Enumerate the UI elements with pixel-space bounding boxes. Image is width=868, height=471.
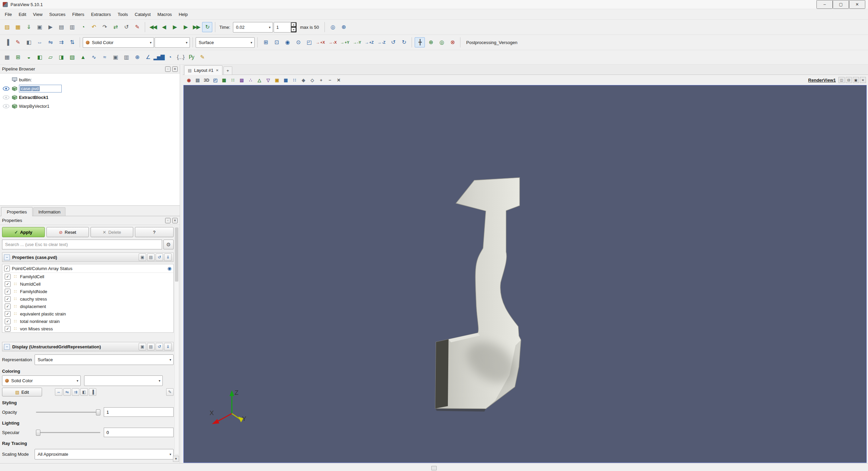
split-vertical-icon[interactable]: ⊟ [846,77,852,83]
camera-undo-icon[interactable]: ↺ [121,22,131,32]
close-view-icon[interactable]: ✕ [860,77,866,83]
rotate-90-ccw-icon[interactable]: ↺ [388,37,398,47]
histogram-icon[interactable]: ▂▅▇ [154,52,164,62]
specular-slider[interactable] [36,429,100,436]
close-panel-icon[interactable]: ✕ [172,66,178,72]
edit-color-map-button[interactable]: ▧Edit [2,388,42,396]
coloring-component-select[interactable]: ▾ [84,375,163,386]
minimize-button[interactable]: – [816,0,833,9]
toggle-color-legend-icon[interactable]: ▐ [2,37,12,47]
show-color-legend-icon[interactable]: ▐ [89,388,96,396]
stream-tracer-icon[interactable]: ∿ [88,52,99,62]
edit-color-map-icon[interactable]: ✎ [13,37,23,47]
restore-defaults-icon[interactable]: ↺ [156,343,163,350]
color-by-combobox[interactable]: Solid Color ▾ [83,37,154,48]
previous-frame-icon[interactable]: ◀ [159,22,169,32]
menu-macros[interactable]: Macros [154,10,175,19]
float-panel-icon[interactable]: ▫ [165,66,171,72]
save-defaults-icon[interactable]: ⇓ [164,253,172,261]
array-checkbox[interactable] [5,296,11,302]
splitter-grip[interactable] [431,466,437,470]
copy-properties-icon[interactable]: ▣ [139,343,146,350]
array-status-header-row[interactable]: Point/Cell/Column Array Status ◉ [2,264,173,273]
grow-selection-icon[interactable]: + [317,76,325,84]
array-row[interactable]: ∷ total nonlinear strain [2,318,173,325]
rescale-to-data-range-icon[interactable]: ⇔ [55,388,62,396]
menu-catalyst[interactable]: Catalyst [131,10,154,19]
array-checkbox[interactable] [5,311,11,317]
menu-edit[interactable]: Edit [15,10,29,19]
clear-selection-icon[interactable]: ✕ [335,76,343,84]
zoom-closest-to-data-icon[interactable]: ⊙ [293,37,303,47]
group-datasets-icon[interactable]: ▣ [110,52,120,62]
slice-icon[interactable]: ▱ [45,52,55,62]
select-block-icon[interactable]: ▣ [273,76,281,84]
zoom-to-box-camera-icon[interactable]: ◰ [304,37,314,47]
panel-splitter[interactable] [180,65,183,463]
slider-handle[interactable] [36,430,40,436]
select-cells-on-icon[interactable]: ▦ [220,76,228,84]
set-view-plus-y-button[interactable]: →+Y [339,37,351,47]
array-row[interactable]: ∷ FamilyIdNode [2,288,173,295]
ruler-icon[interactable]: ✎ [197,52,207,62]
paste-properties-icon[interactable]: ▤ [147,253,155,261]
loop-icon[interactable]: ↻ [202,22,212,32]
play-icon[interactable]: ▶ [170,22,180,32]
auto-apply-icon[interactable]: ◔ [78,22,88,32]
reset-camera-closest-icon[interactable]: ◉ [282,37,292,47]
save-data-icon[interactable]: ▦ [13,22,23,32]
tab-layout-1[interactable]: ▤ Layout #1 ✕ [184,65,222,75]
macro-postprocessing-versogen-button[interactable]: Postprocessing_Versogen [463,38,520,47]
menu-help[interactable]: Help [175,10,191,19]
close-tab-icon[interactable]: ✕ [216,68,218,72]
paintbrush-icon[interactable]: ✎ [132,22,142,32]
spin-up-icon[interactable]: ▲ [291,22,296,27]
scroll-down-icon[interactable]: ▼ [173,456,179,462]
pipeline-item-extractblock1[interactable]: ExtractBlock1 [0,93,180,102]
array-row[interactable]: ∷ NumIdCell [2,280,173,288]
use-separate-color-map-icon[interactable]: ◧ [23,37,34,47]
reset-session-icon[interactable]: ⇄ [110,22,120,32]
set-view-plus-z-button[interactable]: →+Z [363,37,375,47]
menu-file[interactable]: File [1,10,15,19]
reset-center-icon[interactable]: ⊗ [447,37,457,47]
extract-level-icon[interactable]: ▥ [121,52,131,62]
interaction-mode-3d-toggle[interactable]: 3D [202,76,211,84]
save-animation-icon[interactable]: ▶ [45,22,55,32]
rescale-to-data-range-icon[interactable]: ⇔ [34,37,44,47]
add-layout-tab-button[interactable]: + [223,66,232,75]
zoom-to-box-icon[interactable]: ◎ [328,22,338,32]
rescale-to-visible-range-icon[interactable]: ⇅ [67,37,77,47]
pipeline-item-case-pvd[interactable]: case.pvd [0,84,180,93]
representation-combobox[interactable]: Surface ▾ [196,37,255,48]
component-combobox[interactable]: ▾ [155,37,190,48]
gear-icon[interactable]: ⚙ [163,240,174,249]
select-points-polygon-icon[interactable]: ▽ [264,76,272,84]
pipeline-item-builtin[interactable]: builtin: [0,75,180,84]
rescale-to-temporal-range-icon[interactable]: ⇉ [72,388,79,396]
array-checkbox[interactable] [5,326,11,332]
delete-button[interactable]: ✕Delete [91,227,133,237]
hover-points-icon[interactable]: ◇ [308,76,316,84]
rescale-to-custom-range-icon[interactable]: ⇋ [63,388,71,396]
rename-edit-field[interactable]: case.pvd [19,85,62,93]
copy-properties-icon[interactable]: ▣ [139,253,146,261]
tab-information[interactable]: Information [33,207,65,216]
rotate-90-cw-icon[interactable]: ↻ [399,37,409,47]
float-panel-icon[interactable]: ▫ [165,218,171,223]
tab-properties[interactable]: Properties [1,207,33,216]
array-checkbox[interactable] [5,319,11,324]
opacity-input[interactable] [104,407,174,417]
menu-filters[interactable]: Filters [69,10,87,19]
open-file-icon[interactable]: ▨ [2,22,12,32]
help-button[interactable]: ? [135,227,174,237]
choose-preset-icon[interactable]: ◧ [80,388,88,396]
zoom-to-box-icon[interactable]: ◰ [211,76,219,84]
array-row[interactable]: ∷ von Mises stress [2,325,173,332]
rescale-to-custom-range-icon[interactable]: ⇋ [45,37,55,47]
detach-view-icon[interactable]: ▣ [853,77,859,83]
visibility-eye-icon[interactable] [2,104,10,108]
array-checkbox[interactable] [5,274,11,280]
glyph-icon[interactable]: ▲ [78,52,88,62]
plot-over-line-icon[interactable]: ∠ [143,52,153,62]
